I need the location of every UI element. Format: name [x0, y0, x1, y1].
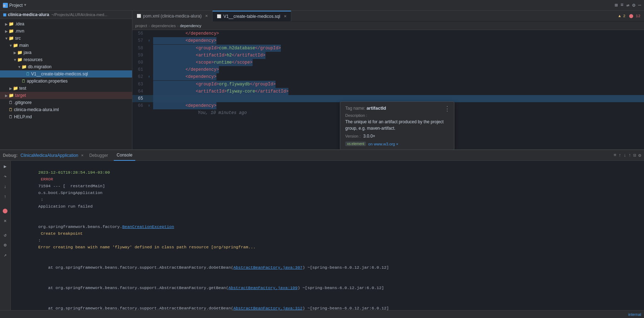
top-bar-chevron[interactable]: ▼	[24, 3, 26, 7]
tooltip-popup: ⋮ Tag name: artifactId Description : The…	[340, 101, 454, 149]
code-line-60[interactable]: <scope>runtime</scope>	[153, 59, 253, 66]
tab-v1-label: V1__create-table-medicos.sql	[223, 14, 280, 19]
tree-item-src[interactable]: ▼ 📁 src	[0, 35, 132, 42]
tree-item-java[interactable]: ▶ 📁 java	[0, 49, 132, 56]
tree-item-target[interactable]: ▶ 📁 target	[0, 92, 132, 99]
test-folder-icon: 📁	[13, 86, 18, 91]
code-line-66[interactable]: <dependency>	[153, 102, 216, 109]
debug-panel: Debug: ClinicaMedicaAluraApplication ✕ D…	[0, 149, 644, 310]
code-line-63[interactable]: <groupId>org.flywaydb</groupId>	[153, 81, 275, 88]
tree-root-path: ~/Projects/ALURA/clinica-med...	[51, 13, 107, 17]
sync-icon[interactable]: ⊞	[615, 2, 618, 8]
console-menu-icon[interactable]: ≡	[614, 153, 616, 158]
st3-prefix: at org.springframework.beans.factory.sup…	[38, 306, 233, 310]
rerun-btn[interactable]: ↺	[1, 231, 10, 239]
debug-close-btn[interactable]: ✕	[81, 153, 84, 158]
code-line-64[interactable]: <artifactId>flyway-core</artifactId>	[153, 88, 288, 95]
console-bean-exception-link[interactable]: BeanCreationException	[122, 224, 174, 229]
tab-pom-close[interactable]: ✕	[205, 14, 208, 18]
code-row-64: 64 <artifactId>flyway-core</artifactId>	[132, 88, 644, 95]
error-badge[interactable]: ⬤ 12	[629, 14, 640, 18]
code-line-61[interactable]: </dependency>	[153, 66, 219, 73]
status-internal-link[interactable]: internal	[628, 312, 641, 317]
st3-link[interactable]: AbstractBeanFactory.java:312	[233, 306, 302, 310]
breadcrumb-sep1: ›	[148, 24, 150, 28]
resume-btn[interactable]: ▶	[1, 162, 10, 171]
stop-btn[interactable]: ⬤	[1, 207, 10, 215]
gitignore-label: .gitignore	[14, 100, 31, 105]
tab-v1-close[interactable]: ✕	[284, 14, 287, 18]
code-line-58[interactable]: <groupId>com.h2database</groupId>	[153, 45, 281, 52]
sort-icon[interactable]: ⇌	[626, 2, 629, 8]
st1-link[interactable]: AbstractBeanFactory.java:307	[233, 265, 302, 270]
tree-item-gitignore[interactable]: ▶ 🗒 .gitignore	[0, 99, 132, 106]
code-line-56[interactable]: </dependency>	[153, 30, 219, 37]
tree-item-v1-sql[interactable]: ▶ 🗒 V1__create-table-medicos.sql	[0, 70, 132, 78]
filter-icon[interactable]: ⊡	[633, 153, 636, 158]
v1-sql-icon: 🗒	[26, 71, 30, 76]
console-settings-icon[interactable]: ⚙	[638, 153, 641, 158]
step-into-btn[interactable]: ↓	[1, 182, 10, 191]
step-down-icon[interactable]: ↓	[624, 153, 626, 158]
tree-root-icon: ◼	[3, 12, 6, 17]
list-icon[interactable]: ≡	[620, 2, 623, 8]
tooltip-tag-label: Tag name:	[345, 106, 366, 111]
jump-to-error-icon[interactable]: ↑	[629, 153, 631, 158]
st2-suffix: ) ~[spring-beans-6.0.12.jar:6.0.12]	[298, 285, 384, 290]
resources-folder-icon: 📁	[17, 57, 23, 62]
status-bar-right: internal	[628, 312, 641, 317]
code-line-65[interactable]: </dependency> You, 10 minutes ago	[153, 95, 644, 102]
tree-item-idea[interactable]: ▶ 📁 .idea	[0, 20, 132, 28]
target-label: target	[15, 93, 26, 98]
step-over-btn[interactable]: ↷	[1, 172, 10, 181]
code-line-62[interactable]: <dependency>	[153, 73, 216, 80]
git-blame-65: You, 10 minutes ago	[198, 110, 247, 115]
code-line-59[interactable]: <artifactId>h2</artifactId>	[153, 52, 265, 59]
gitignore-icon: 🗒	[9, 100, 13, 105]
ln-61: 61	[132, 66, 145, 73]
main-folder-icon: 📁	[13, 43, 18, 48]
console-exception-msg: Error creating bean with name 'flyway' d…	[38, 245, 255, 249]
debug-settings-btn[interactable]: ⚙	[1, 241, 10, 249]
tree-item-help-md[interactable]: ▶ 🗒 HELP.md	[0, 113, 132, 120]
breadcrumb-dependency[interactable]: dependency	[180, 24, 201, 28]
tooltip-xs-badge: xs:element	[345, 141, 366, 146]
tree-item-main[interactable]: ▼ 📁 main	[0, 42, 132, 49]
breadcrumb-project[interactable]: project	[135, 24, 147, 28]
warning-badge[interactable]: ▲ 2	[618, 14, 625, 18]
ln-65: 65	[132, 95, 145, 102]
gut-arrow-57: ↑	[148, 39, 150, 43]
settings-icon[interactable]: ⚙	[632, 2, 635, 8]
step-out-btn[interactable]: ↑	[1, 192, 10, 201]
tab-pom-xml[interactable]: ⬜ pom.xml (clinica-medica-alura) ✕	[132, 11, 213, 21]
idea-label: .idea	[15, 21, 24, 26]
debug-tab-debugger[interactable]: Debugger	[86, 150, 111, 161]
debug-tab-console[interactable]: Console	[114, 150, 135, 161]
close-btn[interactable]: ✕	[1, 217, 10, 225]
debug-app-name[interactable]: ClinicaMedicaAluraApplication	[20, 153, 78, 158]
tab-v1-sql[interactable]: ⬜ V1__create-table-medicos.sql ✕	[213, 11, 291, 21]
code-line-57[interactable]: <dependency>	[153, 37, 216, 44]
external-link-btn[interactable]: ↗	[1, 251, 10, 259]
breadcrumb-dependencies[interactable]: dependencies	[151, 24, 176, 28]
tooltip-link-text[interactable]: on www.w3.org ×	[368, 142, 398, 146]
tree-item-mvn[interactable]: ▶ 📁 .mvn	[0, 28, 132, 35]
tree-item-test[interactable]: ▶ 📁 test	[0, 85, 132, 92]
console-create-breakpoint[interactable]: Create breakpoint	[38, 231, 85, 236]
gut-56	[145, 30, 153, 37]
tree-item-resources[interactable]: ▼ 📁 resources	[0, 56, 132, 63]
console-output[interactable]: 2023-12-01T19:28:54.194-03:00 ERROR 7159…	[11, 161, 644, 310]
tree-item-app-props[interactable]: ▶ 🗒 application.properties	[0, 78, 132, 85]
tooltip-more-icon[interactable]: ⋮	[444, 105, 450, 113]
console-app-failed: Application run failed	[38, 204, 93, 209]
st2-link[interactable]: AbstractBeanFactory.java:199	[228, 285, 297, 290]
iml-icon: 🗒	[9, 107, 13, 112]
minimize-icon[interactable]: —	[638, 2, 641, 8]
tree-item-db-migration[interactable]: ▼ 📁 db.migration	[0, 63, 132, 70]
project-icon: ◼	[3, 3, 8, 8]
tree-item-iml[interactable]: ▶ 🗒 clinica-medica-alura.iml	[0, 106, 132, 113]
db-folder-icon: 📁	[21, 64, 27, 69]
scroll-to-end-icon[interactable]: ↑	[619, 153, 621, 158]
tab-bar: ⬜ pom.xml (clinica-medica-alura) ✕ ⬜ V1_…	[132, 11, 644, 21]
debug-toolbar: ▶ ↷ ↓ ↑ ⬤ ✕ ↺ ⚙ ↗	[0, 161, 11, 310]
